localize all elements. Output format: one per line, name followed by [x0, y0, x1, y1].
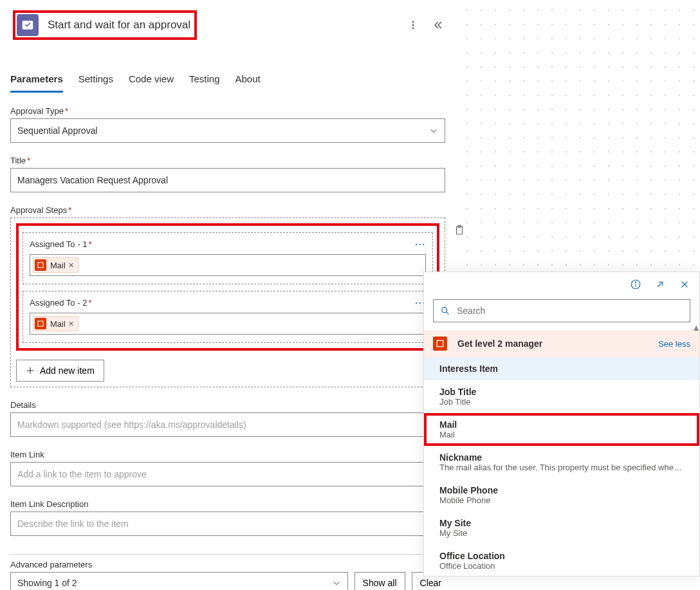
close-icon[interactable]: [679, 279, 690, 290]
step-1-more-icon[interactable]: ···: [415, 239, 426, 249]
remove-token-icon[interactable]: ✕: [68, 261, 74, 270]
see-less-link[interactable]: See less: [658, 339, 690, 349]
item-link-label: Item Link: [10, 450, 445, 459]
action-header-highlight: Start and wait for an approval: [13, 10, 197, 40]
svg-point-9: [635, 282, 636, 282]
svg-line-11: [447, 312, 448, 314]
dc-item-office-location[interactable]: Office Location Office Location: [424, 544, 699, 576]
group-title: Get level 2 manager: [457, 338, 542, 349]
add-new-item-button[interactable]: Add new item: [16, 360, 104, 382]
approvals-action-icon: [17, 14, 39, 36]
dc-item-interests[interactable]: Interests Item: [424, 357, 699, 380]
title-value: Managers Vacation Request Approval: [17, 175, 168, 185]
search-input[interactable]: [456, 305, 683, 317]
dc-item-mobile-phone[interactable]: Mobile Phone Mobile Phone: [424, 479, 699, 512]
token-label: Mail: [50, 319, 66, 329]
token-label: Mail: [50, 261, 66, 270]
approval-step-1: Assigned To - 1* ··· Mail ✕: [23, 232, 433, 284]
svg-point-0: [412, 21, 414, 23]
approval-steps-highlight: Assigned To - 1* ··· Mail ✕ Assigned To …: [16, 223, 439, 351]
step-2-label: Assigned To - 2*: [30, 298, 91, 308]
step-1-assigned-to-input[interactable]: Mail ✕: [30, 254, 426, 276]
approval-steps-container: Assigned To - 1* ··· Mail ✕ Assigned To …: [10, 217, 445, 387]
dynamic-content-search[interactable]: [433, 299, 690, 322]
item-link-desc-input[interactable]: Describe the link to the item: [10, 512, 445, 536]
item-link-input[interactable]: Add a link to the item to approve: [10, 462, 445, 486]
tab-parameters[interactable]: Parameters: [10, 69, 63, 93]
advanced-params-label: Advanced parameters: [10, 560, 445, 569]
tab-code-view[interactable]: Code view: [129, 69, 174, 93]
dynamic-content-popover: Get level 2 manager See less ▲ Interests…: [423, 272, 700, 576]
tab-settings[interactable]: Settings: [78, 69, 113, 93]
action-title: Start and wait for an approval: [48, 19, 190, 32]
action-config-panel: Start and wait for an approval Parameter…: [0, 0, 456, 590]
approval-type-value: Sequential Approval: [17, 119, 98, 142]
tab-about[interactable]: About: [235, 69, 261, 93]
config-tabs: Parameters Settings Code view Testing Ab…: [10, 69, 445, 93]
title-label: Title*: [10, 156, 445, 165]
office-icon: [35, 318, 46, 329]
designer-canvas-background: [457, 0, 700, 270]
collapse-caret-icon[interactable]: ▲: [692, 322, 700, 333]
advanced-params-select[interactable]: Showing 1 of 2: [10, 572, 348, 590]
details-input[interactable]: Markdown supported (see https://aka.ms/a…: [10, 412, 445, 437]
approval-step-2: Assigned To - 2* ··· Mail ✕: [23, 291, 433, 343]
step-1-mail-token: Mail ✕: [33, 257, 78, 273]
expand-icon[interactable]: [654, 279, 666, 290]
dc-item-my-site[interactable]: My Site My Site: [424, 512, 699, 544]
dynamic-content-list: Interests Item Job Title Job Title Mail …: [424, 357, 699, 576]
dc-item-mail[interactable]: Mail Mail: [424, 413, 699, 446]
step-2-assigned-to-input[interactable]: Mail ✕: [30, 313, 426, 335]
add-new-item-label: Add new item: [40, 365, 95, 376]
details-label: Details: [10, 400, 445, 410]
dc-item-nickname[interactable]: Nickname The mail alias for the user. Th…: [424, 446, 699, 479]
svg-point-1: [412, 24, 414, 26]
approval-type-label: Approval Type*: [10, 106, 445, 116]
info-icon[interactable]: [630, 279, 641, 290]
remove-token-icon[interactable]: ✕: [68, 320, 74, 328]
advanced-showing-text: Showing 1 of 2: [17, 578, 77, 588]
dynamic-content-group-header: Get level 2 manager See less: [424, 330, 699, 357]
chevron-down-icon: [429, 126, 438, 135]
svg-point-2: [412, 28, 414, 30]
paste-icon[interactable]: [454, 225, 465, 236]
svg-rect-5: [38, 263, 43, 268]
svg-rect-12: [437, 340, 443, 347]
svg-rect-6: [38, 321, 43, 326]
divider: [10, 554, 445, 555]
step-2-mail-token: Mail ✕: [33, 316, 78, 331]
show-all-button[interactable]: Show all: [355, 572, 405, 590]
chevron-down-icon: [332, 578, 341, 587]
dc-item-job-title[interactable]: Job Title Job Title: [424, 380, 699, 413]
office-icon: [35, 259, 46, 271]
more-menu-icon[interactable]: [408, 20, 418, 30]
approval-steps-label: Approval Steps*: [10, 205, 445, 215]
step-1-label: Assigned To - 1*: [30, 239, 91, 249]
plus-icon: [26, 366, 35, 375]
search-icon: [440, 306, 450, 316]
title-input[interactable]: Managers Vacation Request Approval: [10, 168, 445, 192]
collapse-panel-icon[interactable]: [432, 20, 443, 30]
svg-point-10: [442, 308, 447, 313]
approval-type-select[interactable]: Sequential Approval: [10, 118, 445, 143]
tab-testing[interactable]: Testing: [189, 69, 220, 93]
office-icon: [433, 336, 447, 351]
item-link-desc-label: Item Link Description: [10, 499, 445, 509]
